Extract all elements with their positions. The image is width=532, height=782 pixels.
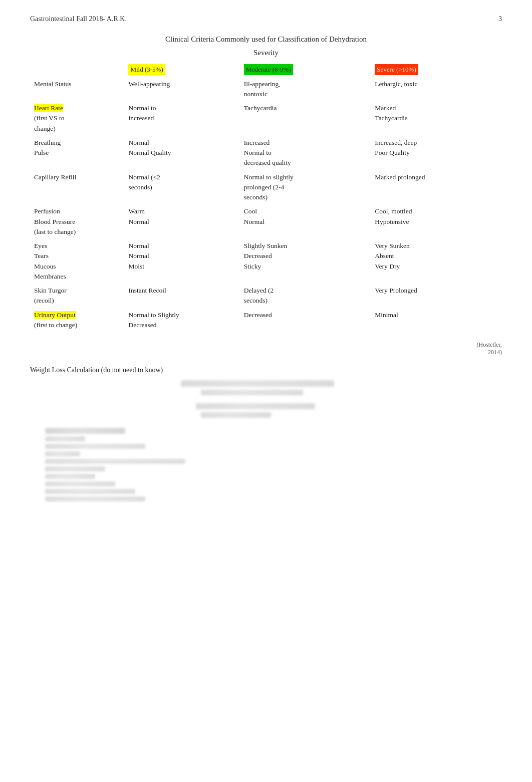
blurred-list xyxy=(45,428,502,501)
blurred-formula-area xyxy=(30,380,502,501)
table-row: Capillary Refill Normal (<2seconds) Norm… xyxy=(30,170,502,205)
severe-cell: Cool, mottledHypotensive xyxy=(371,204,502,239)
table-row: PerfusionBlood Pressure(last to change) … xyxy=(30,204,502,239)
category-cell: Heart Rate (first VS tochange) xyxy=(30,101,124,136)
table-row: Skin Turgor(recoil) Instant Recoil Delay… xyxy=(30,284,502,308)
severe-cell: Lethargic, toxic xyxy=(371,77,502,102)
page-number: 3 xyxy=(498,15,502,23)
severity-label: Severity xyxy=(30,49,502,57)
citation: (Hostetler,2014) xyxy=(30,341,502,356)
page-title: Gastrointestinal Fall 2018- A.R.K. xyxy=(30,15,127,23)
category-cell: Urinary Output (first to change) xyxy=(30,308,124,333)
table-row: Urinary Output (first to change) Normal … xyxy=(30,308,502,333)
mild-cell: Well-appearing xyxy=(124,77,239,102)
table-header-row: Mild (3-5%) Moderate (6-9%) Severe (>10%… xyxy=(30,63,502,77)
mild-badge: Mild (3-5%) xyxy=(128,64,165,75)
severe-cell: Very SunkenAbsentVery Dry xyxy=(371,239,502,284)
severe-cell: Minimal xyxy=(371,308,502,333)
mild-cell: NormalNormal Quality xyxy=(124,136,239,170)
mild-cell: Normal (<2seconds) xyxy=(124,170,239,205)
table-row: Mental Status Well-appearing Ill-appeari… xyxy=(30,77,502,102)
mild-cell: Normal to SlightlyDecreased xyxy=(124,308,239,333)
heart-rate-label: Heart Rate xyxy=(34,104,63,112)
severe-badge: Severe (>10%) xyxy=(375,64,418,75)
header-mild: Mild (3-5%) xyxy=(124,63,239,77)
section-title: Clinical Criteria Commonly used for Clas… xyxy=(30,35,502,44)
weight-loss-title: Weight Loss Calculation (do not need to … xyxy=(30,366,502,374)
mild-cell: NormalNormalMoist xyxy=(124,239,239,284)
mild-cell: WarmNormal xyxy=(124,204,239,239)
moderate-cell: Slightly SunkenDecreasedSticky xyxy=(240,239,371,284)
table-row: BreathingPulse NormalNormal Quality Incr… xyxy=(30,136,502,170)
moderate-cell: IncreasedNormal todecreased quality xyxy=(240,136,371,170)
table-row: Heart Rate (first VS tochange) Normal to… xyxy=(30,101,502,136)
dehydration-table: Mild (3-5%) Moderate (6-9%) Severe (>10%… xyxy=(30,63,502,332)
header-category xyxy=(30,63,124,77)
severe-cell: Very Prolonged xyxy=(371,284,502,308)
severe-cell: Increased, deepPoor Quality xyxy=(371,136,502,170)
severe-cell: Marked prolonged xyxy=(371,170,502,205)
category-cell: EyesTearsMucousMembranes xyxy=(30,239,124,284)
moderate-cell: Delayed (2seconds) xyxy=(240,284,371,308)
table-row: EyesTearsMucousMembranes NormalNormalMoi… xyxy=(30,239,502,284)
urinary-output-label: Urinary Output xyxy=(34,311,76,319)
category-cell: BreathingPulse xyxy=(30,136,124,170)
moderate-cell: Decreased xyxy=(240,308,371,333)
severe-cell: MarkedTachycardia xyxy=(371,101,502,136)
page-header: Gastrointestinal Fall 2018- A.R.K. 3 xyxy=(30,15,502,23)
moderate-cell: Normal to slightlyprolonged (2-4seconds) xyxy=(240,170,371,205)
moderate-cell: Ill-appearing,nontoxic xyxy=(240,77,371,102)
header-moderate: Moderate (6-9%) xyxy=(240,63,371,77)
moderate-cell: Tachycardia xyxy=(240,101,371,136)
moderate-badge: Moderate (6-9%) xyxy=(244,64,293,75)
weight-loss-section: Weight Loss Calculation (do not need to … xyxy=(30,366,502,501)
moderate-cell: CoolNormal xyxy=(240,204,371,239)
category-cell: Skin Turgor(recoil) xyxy=(30,284,124,308)
header-severe: Severe (>10%) xyxy=(371,63,502,77)
category-cell: Capillary Refill xyxy=(30,170,124,205)
mild-cell: Normal toincreased xyxy=(124,101,239,136)
category-cell: Mental Status xyxy=(30,77,124,102)
mild-cell: Instant Recoil xyxy=(124,284,239,308)
category-cell: PerfusionBlood Pressure(last to change) xyxy=(30,204,124,239)
citation-text: (Hostetler,2014) xyxy=(476,341,502,356)
